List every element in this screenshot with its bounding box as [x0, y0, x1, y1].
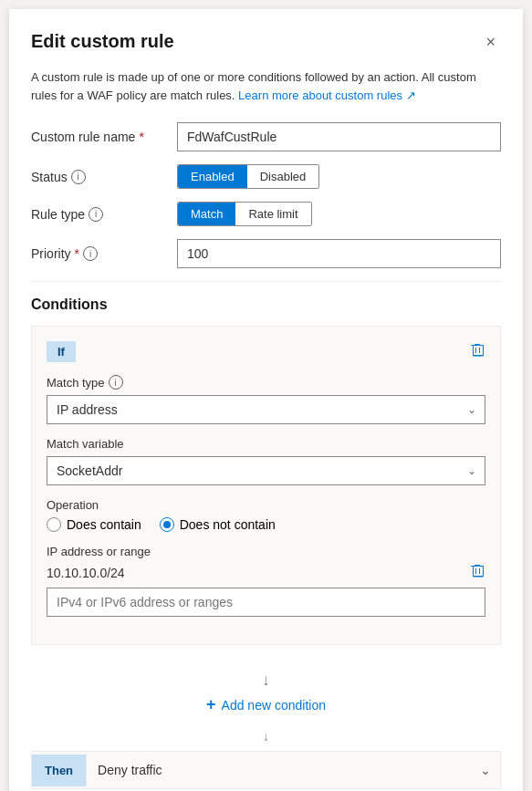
form-divider [31, 281, 501, 282]
operation-field: Operation Does contain Does not contain [47, 498, 485, 532]
status-row: Status i Enabled Disabled [31, 164, 501, 189]
ip-value-row: 10.10.10.0/24 [47, 564, 485, 582]
priority-info-icon: i [83, 246, 98, 261]
status-toggle-group: Enabled Disabled [177, 164, 319, 189]
learn-more-link[interactable]: Learn more about custom rules ↗ [238, 88, 416, 102]
priority-row: Priority * i [31, 239, 501, 268]
priority-input[interactable] [177, 239, 501, 268]
match-type-field: Match type i IP address Geo location Req… [47, 375, 485, 424]
rule-type-match-button[interactable]: Match [178, 203, 235, 225]
close-button[interactable]: × [480, 31, 501, 54]
status-enabled-button[interactable]: Enabled [178, 165, 247, 188]
edit-custom-rule-panel: Edit custom rule × A custom rule is made… [9, 9, 523, 791]
if-badge: If [47, 341, 76, 362]
custom-rule-name-row: Custom rule name * [31, 122, 501, 151]
plus-icon: + [206, 695, 216, 714]
match-variable-label: Match variable [47, 437, 485, 451]
panel-title: Edit custom rule [31, 31, 174, 52]
match-type-select[interactable]: IP address Geo location Request URI Requ… [47, 395, 485, 424]
does-not-contain-option[interactable]: Does not contain [160, 517, 276, 532]
match-type-info-icon: i [109, 375, 123, 390]
external-link-icon: ↗ [406, 88, 416, 102]
match-type-label: Match type i [47, 375, 485, 390]
match-variable-field: Match variable SocketAddr RemoteAddr ⌄ [47, 437, 485, 485]
match-type-select-wrapper: IP address Geo location Request URI Requ… [47, 395, 485, 424]
status-disabled-button[interactable]: Disabled [247, 165, 319, 188]
custom-rule-name-input[interactable] [177, 122, 501, 151]
rule-type-info-icon: i [89, 207, 103, 222]
custom-rule-name-control [177, 122, 501, 151]
priority-control [177, 239, 501, 268]
priority-required-marker: * [75, 246, 79, 261]
add-condition-button[interactable]: + Add new condition [206, 695, 326, 714]
add-condition-area: ↓ + Add new condition [31, 660, 501, 729]
match-variable-select[interactable]: SocketAddr RemoteAddr [47, 456, 485, 485]
ip-value-text: 10.10.10.0/24 [47, 566, 125, 580]
does-not-contain-radio[interactable] [160, 517, 174, 532]
condition-card-header: If [47, 341, 485, 362]
conditions-title: Conditions [31, 297, 501, 313]
arrow-down-icon: ↓ [31, 671, 501, 690]
conditions-section: Conditions If Match type i IP [31, 297, 501, 789]
rule-type-rate-limit-button[interactable]: Rate limit [235, 203, 310, 225]
status-info-icon: i [71, 170, 86, 184]
does-contain-radio[interactable] [47, 517, 61, 532]
rule-type-row: Rule type i Match Rate limit [31, 202, 501, 226]
rule-type-label: Rule type i [31, 207, 177, 222]
required-marker: * [139, 130, 143, 144]
delete-condition-button[interactable] [471, 343, 485, 361]
then-badge: Then [32, 755, 87, 786]
priority-label: Priority * i [31, 246, 177, 261]
operation-radio-group: Does contain Does not contain [47, 517, 485, 532]
then-action-select[interactable]: Deny traffic Allow traffic Log [87, 752, 500, 788]
rule-type-control: Match Rate limit [177, 202, 501, 226]
ip-input[interactable] [47, 588, 485, 617]
panel-header: Edit custom rule × [31, 31, 501, 54]
ip-label: IP address or range [47, 545, 485, 558]
status-label: Status i [31, 170, 177, 184]
match-variable-select-wrapper: SocketAddr RemoteAddr ⌄ [47, 456, 485, 485]
status-control: Enabled Disabled [177, 164, 501, 189]
custom-rule-name-label: Custom rule name * [31, 130, 177, 144]
does-contain-option[interactable]: Does contain [47, 517, 141, 532]
delete-ip-button[interactable] [471, 564, 485, 582]
then-select-wrapper: Deny traffic Allow traffic Log ⌄ [87, 752, 500, 788]
ip-section: IP address or range 10.10.10.0/24 [47, 545, 485, 617]
description-text: A custom rule is made up of one or more … [31, 68, 501, 104]
condition-card: If Match type i IP address Geo location [31, 326, 501, 645]
arrow-to-then: ↓ [31, 729, 501, 744]
rule-type-toggle-group: Match Rate limit [177, 202, 312, 226]
operation-label: Operation [47, 498, 485, 512]
then-row: Then Deny traffic Allow traffic Log ⌄ [31, 751, 501, 789]
